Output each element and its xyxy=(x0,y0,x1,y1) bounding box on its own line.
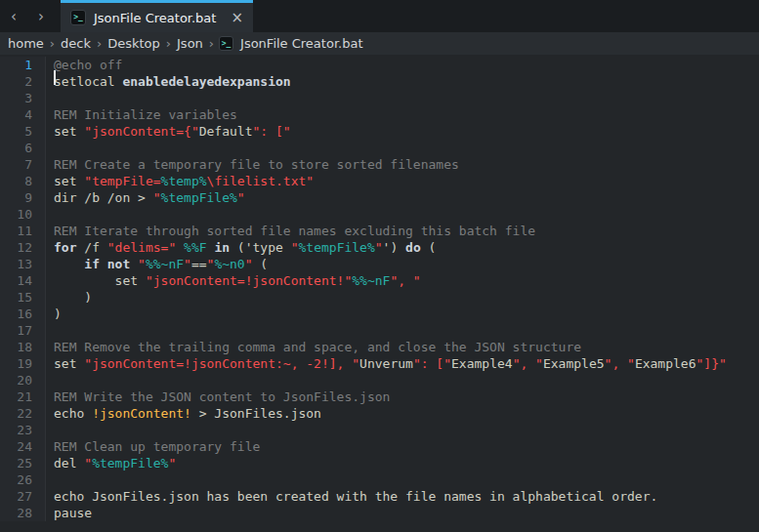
code-line-text: dir /b /on > "%tempFile%" xyxy=(46,189,245,206)
code-token: ( xyxy=(253,257,269,271)
code-token: /f xyxy=(76,240,106,255)
code-token xyxy=(130,257,138,271)
code-area: 1@echo off2setlocal enabledelayedexpansi… xyxy=(0,57,759,521)
code-line[interactable]: 1@echo off xyxy=(0,57,759,73)
code-line[interactable]: 25del "%tempFile%" xyxy=(0,455,759,471)
code-token: " xyxy=(237,190,245,205)
tab-bar: ‹ › >_ JsonFile Creator.bat × xyxy=(0,0,759,32)
line-number: 15 xyxy=(0,289,46,306)
code-line[interactable]: 24REM Clean up temporary file xyxy=(0,438,759,455)
line-number: 7 xyxy=(0,156,46,173)
code-token: %%~nF xyxy=(352,273,390,288)
code-line[interactable]: 11REM Iterate through sorted file names … xyxy=(0,223,759,239)
code-line[interactable]: 10 xyxy=(0,206,759,223)
code-token: %tempFile% xyxy=(299,240,375,255)
code-line[interactable]: 18REM Remove the trailing comma and spac… xyxy=(0,339,759,355)
code-line-text: REM Iterate through sorted file names ex… xyxy=(46,223,535,239)
code-line[interactable]: 20 xyxy=(0,372,759,389)
line-number: 21 xyxy=(0,389,46,405)
line-number: 28 xyxy=(0,505,46,521)
code-line[interactable]: 6 xyxy=(0,140,759,156)
code-token: echo xyxy=(54,406,92,421)
code-token: @echo off xyxy=(54,58,122,72)
code-token: REM Iterate through sorted file names ex… xyxy=(54,224,535,238)
code-line[interactable]: 16) xyxy=(0,306,759,322)
code-token: do xyxy=(405,240,421,255)
code-token: " xyxy=(245,257,253,271)
code-line[interactable]: 17 xyxy=(0,322,759,339)
forward-button[interactable]: › xyxy=(27,0,55,32)
code-line-text: set "tempFile=%temp%\filelist.txt" xyxy=(46,173,314,189)
line-number: 2 xyxy=(0,73,46,90)
code-token: ", " xyxy=(390,273,420,288)
back-button[interactable]: ‹ xyxy=(0,0,27,32)
code-line[interactable]: 7REM Create a temporary file to store so… xyxy=(0,156,759,173)
code-token: REM Initialize variables xyxy=(54,107,237,122)
line-number: 24 xyxy=(0,438,46,455)
code-line-text: set "jsonContent={"Default": [" xyxy=(46,123,291,140)
breadcrumb-segment[interactable]: home xyxy=(5,36,47,51)
code-token: " xyxy=(84,456,92,471)
breadcrumb-file[interactable]: JsonFile Creator.bat xyxy=(237,36,365,51)
code-line-text: ) xyxy=(46,306,62,322)
code-token: not xyxy=(107,257,130,271)
code-line[interactable]: 27echo JsonFiles.json has been created w… xyxy=(0,488,759,505)
code-token: " xyxy=(153,190,161,205)
code-line-text: REM Clean up temporary file xyxy=(46,438,260,455)
breadcrumb-segment[interactable]: deck xyxy=(58,36,94,51)
code-token: Unverum xyxy=(359,356,413,371)
code-line[interactable]: 14 set "jsonContent=!jsonContent!"%%~nF"… xyxy=(0,272,759,289)
code-token: "jsonContent=!jsonContent:~, -2!], " xyxy=(84,356,359,371)
code-line[interactable]: 13 if not "%%~nF"=="%~n0" ( xyxy=(0,256,759,272)
code-token: REM Clean up temporary file xyxy=(54,439,260,454)
code-line-text xyxy=(46,322,54,339)
code-token: " xyxy=(375,240,383,255)
editor: 1@echo off2setlocal enabledelayedexpansi… xyxy=(0,55,759,532)
line-number: 6 xyxy=(0,140,46,156)
code-line[interactable]: 23 xyxy=(0,422,759,438)
code-token: ", " xyxy=(605,356,635,371)
code-line[interactable]: 22echo !jsonContent! > JsonFiles.json xyxy=(0,405,759,422)
code-token: Example5 xyxy=(543,356,605,371)
code-token: Example4 xyxy=(451,356,513,371)
code-line[interactable]: 4REM Initialize variables xyxy=(0,106,759,123)
code-line-text xyxy=(46,422,54,438)
code-line[interactable]: 19set "jsonContent=!jsonContent:~, -2!],… xyxy=(0,355,759,372)
code-line[interactable]: 2setlocal enabledelayedexpansion xyxy=(0,73,759,90)
code-line-text xyxy=(46,206,54,223)
code-token: ( xyxy=(421,240,437,255)
code-line[interactable]: 5set "jsonContent={"Default": [" xyxy=(0,123,759,140)
code-token: "tempFile= xyxy=(84,174,160,188)
line-number: 18 xyxy=(0,339,46,355)
code-line-text: REM Write the JSON content to JsonFiles.… xyxy=(46,389,390,405)
code-token: ": [" xyxy=(413,356,451,371)
code-line-text: set "jsonContent=!jsonContent!"%%~nF", " xyxy=(46,272,421,289)
code-line-text: pause xyxy=(46,505,92,521)
tab-title: JsonFile Creator.bat xyxy=(94,11,216,25)
code-token: echo JsonFiles.json has been created wit… xyxy=(54,489,657,504)
breadcrumb-segment[interactable]: Desktop xyxy=(105,36,163,51)
code-token: set xyxy=(54,174,84,188)
code-line[interactable]: 21REM Write the JSON content to JsonFile… xyxy=(0,389,759,405)
code-token: ) xyxy=(54,307,62,321)
code-line[interactable]: 3 xyxy=(0,90,759,106)
code-line[interactable]: 28pause xyxy=(0,505,759,521)
code-line[interactable]: 12for /f "delims=" %%F in ('type "%tempF… xyxy=(0,239,759,256)
code-token: for xyxy=(54,240,76,255)
line-number: 26 xyxy=(0,471,46,488)
code-line[interactable]: 26 xyxy=(0,471,759,488)
code-line[interactable]: 15 ) xyxy=(0,289,759,306)
breadcrumb-segment[interactable]: Json xyxy=(174,36,206,51)
chevron-icon: › xyxy=(163,36,174,51)
code-token: REM Remove the trailing comma and space,… xyxy=(54,340,581,354)
line-number: 23 xyxy=(0,422,46,438)
tab-close-icon[interactable]: × xyxy=(231,11,243,25)
tab-jsonfile-creator[interactable]: >_ JsonFile Creator.bat × xyxy=(61,0,253,32)
code-token: set xyxy=(54,124,84,139)
code-token: " xyxy=(184,257,191,271)
code-line[interactable]: 9dir /b /on > "%tempFile%" xyxy=(0,189,759,206)
code-line[interactable]: 8set "tempFile=%temp%\filelist.txt" xyxy=(0,173,759,189)
code-token: ": [" xyxy=(253,124,291,139)
code-token: %tempFile% xyxy=(161,190,237,205)
code-line-text: echo JsonFiles.json has been created wit… xyxy=(46,488,657,505)
